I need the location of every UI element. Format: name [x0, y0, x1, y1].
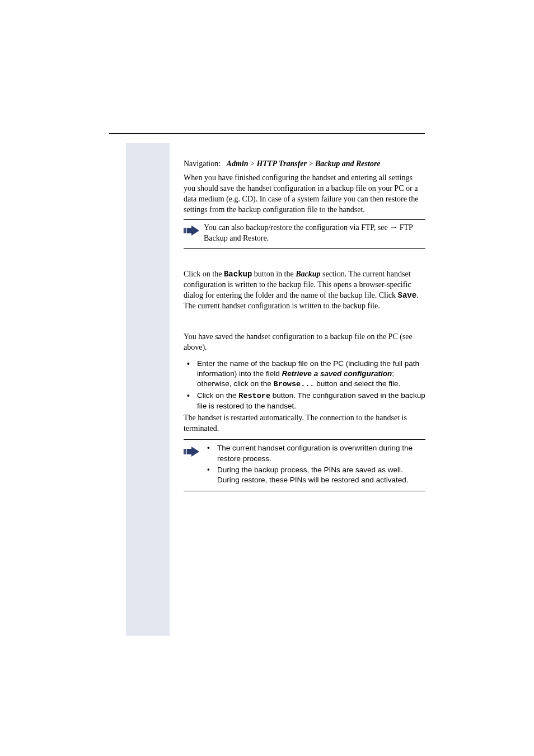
svg-rect-6	[187, 449, 191, 454]
note-warning-text: The current handset configuration is ove…	[204, 443, 425, 486]
restore-steps-list: Enter the name of the backup file on the…	[184, 359, 425, 412]
restore-intro: You have saved the handset configuration…	[184, 332, 425, 353]
note-ftp: You can also backup/restore the configur…	[184, 219, 425, 249]
page: Navigation: Admin > HTTP Transfer > Back…	[0, 0, 534, 756]
document-content: Navigation: Admin > HTTP Transfer > Back…	[184, 159, 425, 491]
li2-t1: Click on the	[197, 391, 238, 400]
nav-label: Navigation:	[184, 159, 221, 168]
backup-section-name: Backup	[296, 270, 320, 278]
restore-button-label: Restore	[238, 392, 270, 400]
backup-button-label: Backup	[224, 270, 252, 279]
crumb-sep: >	[309, 159, 313, 168]
crumb-sep: >	[250, 159, 255, 168]
note-warning: The current handset configuration is ove…	[184, 439, 425, 491]
restore-after: The handset is restarted automatically. …	[184, 413, 425, 434]
intro-paragraph: When you have finished configuring the h…	[184, 173, 425, 215]
list-item: Enter the name of the backup file on the…	[184, 359, 425, 390]
list-item: The current handset configuration is ove…	[204, 443, 425, 463]
svg-rect-2	[187, 228, 191, 233]
li1-t3: button and select the file.	[314, 379, 400, 388]
svg-marker-7	[191, 447, 199, 457]
note-ftp-pre: You can also backup/restore the configur…	[204, 223, 390, 232]
svg-marker-3	[191, 226, 199, 236]
crumb-http-transfer: HTTP Transfer	[256, 159, 307, 168]
backup-t2: button in the	[252, 270, 296, 278]
svg-rect-4	[184, 449, 185, 454]
note-ftp-text: You can also backup/restore the configur…	[204, 222, 425, 244]
crumb-backup-restore: Backup and Restore	[315, 159, 381, 168]
note-arrow-icon	[184, 222, 204, 236]
list-item: During the backup process, the PINs are …	[204, 465, 425, 485]
list-item: Click on the Restore button. The configu…	[184, 391, 425, 411]
arrow-glyph: →	[390, 223, 397, 232]
backup-paragraph: Click on the Backup button in the Backup…	[184, 269, 425, 312]
crumb-admin: Admin	[227, 159, 249, 168]
svg-rect-1	[185, 228, 186, 233]
breadcrumb: Navigation: Admin > HTTP Transfer > Back…	[184, 159, 425, 170]
retrieve-field-name: Retrieve a saved configuration	[282, 369, 392, 378]
svg-rect-0	[184, 228, 185, 233]
note-arrow-icon	[184, 443, 204, 457]
backup-t1: Click on the	[184, 270, 224, 278]
svg-rect-5	[185, 449, 186, 454]
browse-button-label: Browse...	[274, 380, 315, 388]
sidebar-shade	[126, 143, 170, 636]
save-button-label: Save	[398, 291, 417, 300]
header-rule	[109, 133, 425, 134]
